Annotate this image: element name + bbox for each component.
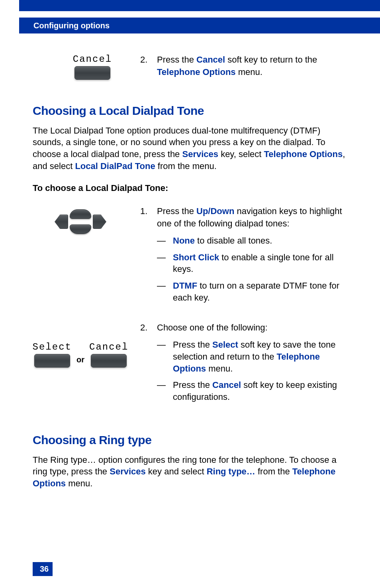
softkey-button-icon: [34, 354, 70, 368]
step-text: 2. Press the Cancel soft key to return t…: [140, 54, 352, 84]
top-bar: [19, 0, 380, 11]
step2-options: — Press the Select soft key to save the …: [157, 339, 352, 403]
step2-text: 2. Choose one of the following: — Press …: [140, 322, 352, 413]
softkey-pair-visual: Select or Cancel: [33, 322, 128, 413]
header-title-bar: Configuring options: [19, 18, 380, 33]
step2-body: Choose one of the following: — Press the…: [157, 322, 352, 407]
softkey-select-col: Select: [33, 342, 72, 368]
step1-text: 1. Press the Up/Down navigation keys to …: [140, 205, 352, 314]
section1-subhead: To choose a Local Dialpad Tone:: [33, 183, 352, 193]
step-number: 2.: [140, 54, 157, 79]
softkey-cancel-col: Cancel: [89, 342, 128, 368]
or-text: or: [76, 355, 84, 368]
step1-row: 1. Press the Up/Down navigation keys to …: [33, 205, 352, 314]
nav-up-icon: [70, 209, 91, 219]
softkey-label-cancel2: Cancel: [89, 342, 128, 352]
section-title-ringtype: Choosing a Ring type: [33, 433, 352, 447]
softkey-col: Cancel: [73, 54, 112, 80]
step-body: Press the Cancel soft key to return to t…: [157, 54, 352, 79]
softkey-pair: Select or Cancel: [33, 342, 129, 368]
step1-number: 1.: [140, 205, 157, 308]
left-margin: [0, 0, 19, 588]
step2-row: Select or Cancel 2. Choose one of the fo…: [33, 322, 352, 413]
softkey-button-icon: [91, 354, 127, 368]
step2-opt-cancel: — Press the Cancel soft key to keep exis…: [157, 379, 352, 403]
option-none: — None to disable all tones.: [157, 235, 352, 247]
option-short-click: — Short Click to enable a single tone fo…: [157, 252, 352, 275]
step2-opt-select: — Press the Select soft key to save the …: [157, 339, 352, 374]
page-number: 36: [33, 562, 53, 576]
header-title: Configuring options: [33, 21, 110, 30]
nav-left-icon: [55, 214, 68, 229]
nav-pad-icon: [55, 209, 106, 234]
softkey-button-icon: [74, 66, 110, 80]
step-row-cancel: Cancel 2. Press the Cancel soft key to r…: [33, 54, 352, 84]
step2-number: 2.: [140, 322, 157, 407]
step1-body: Press the Up/Down navigation keys to hig…: [157, 205, 352, 308]
nav-down-icon: [70, 224, 91, 234]
nav-right-icon: [93, 214, 106, 229]
softkey-visual-cancel: Cancel: [33, 54, 128, 84]
softkey-label-cancel: Cancel: [73, 54, 112, 65]
option-dtmf: — DTMF to turn on a separate DTMF tone f…: [157, 280, 352, 303]
section1-intro: The Local Dialpad Tone option produces d…: [33, 125, 352, 172]
section-title-dialpad: Choosing a Local Dialpad Tone: [33, 104, 352, 118]
softkey-label-select: Select: [33, 342, 72, 352]
page-content: Cancel 2. Press the Cancel soft key to r…: [33, 54, 352, 501]
section2-intro: The Ring type… option configures the rin…: [33, 454, 352, 490]
step1-options: — None to disable all tones. — Short Cli…: [157, 235, 352, 303]
nav-keys-visual: [33, 205, 128, 314]
